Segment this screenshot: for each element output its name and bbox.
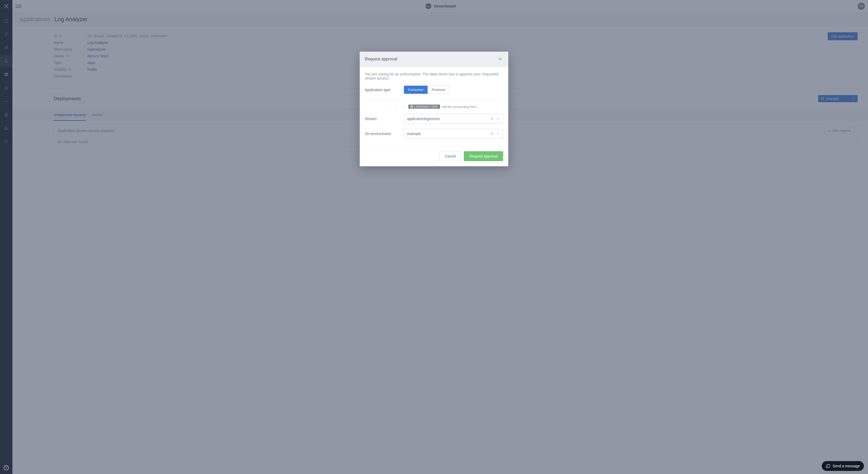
environment-modal-select[interactable]: example ✕ — [404, 129, 503, 139]
consumer-button[interactable]: Consumer — [404, 86, 428, 94]
clear-stream-icon[interactable]: ✕ — [490, 117, 494, 121]
label-stream: Stream — [365, 117, 404, 121]
request-approval-modal: Request approval ✕ You are asking for an… — [360, 52, 508, 166]
app-tag: LOGANALYZER — [408, 105, 440, 109]
flow-arrow-icon: - - → — [389, 105, 406, 109]
application-type-toggle: Consumer Producer — [404, 86, 450, 94]
label-environment: On environment — [365, 132, 404, 136]
producer-button[interactable]: Producer — [428, 86, 450, 94]
environment-value: example — [407, 132, 488, 136]
help-icon[interactable]: ? — [4, 465, 9, 470]
cancel-button[interactable]: Cancel — [439, 151, 461, 161]
chevron-down-icon — [496, 132, 500, 136]
stream-value: applicationlogevents — [407, 117, 488, 121]
modal-intro: You are asking for an authorisation. The… — [365, 72, 503, 80]
stream-select[interactable]: applicationlogevents ✕ — [404, 114, 503, 124]
target-icon — [410, 105, 413, 108]
close-icon[interactable]: ✕ — [497, 56, 503, 63]
chevron-down-icon — [496, 117, 500, 121]
chat-icon — [826, 464, 831, 468]
chat-label: Send a message — [833, 464, 860, 468]
flow-suffix: will be consuming from… — [442, 105, 479, 109]
chat-widget[interactable]: Send a message — [822, 461, 864, 471]
clear-environment-icon[interactable]: ✕ — [490, 132, 494, 136]
label-application-type: Application type — [365, 88, 404, 92]
flow-description: - - → LOGANALYZER will be consuming from… — [365, 105, 503, 109]
modal-title: Request approval — [365, 57, 397, 62]
request-approval-button[interactable]: Request approval — [464, 151, 503, 161]
